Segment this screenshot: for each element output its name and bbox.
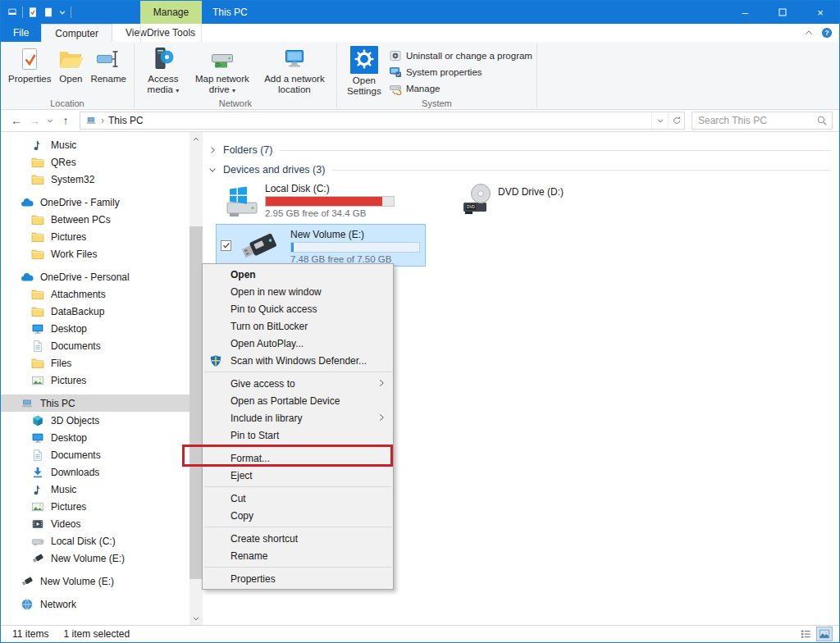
sidebar-scrollbar[interactable] bbox=[189, 132, 203, 625]
cloud-icon bbox=[21, 271, 34, 284]
breadcrumb[interactable]: › This PC bbox=[80, 115, 148, 126]
sidebar-item-pictures[interactable]: Pictures bbox=[1, 498, 189, 515]
menu-separator bbox=[204, 567, 391, 568]
uninstall-program-button[interactable]: Uninstall or change a program bbox=[389, 48, 532, 62]
menu-item-properties[interactable]: Properties bbox=[203, 570, 393, 587]
menu-item-pin-to-start[interactable]: Pin to Start bbox=[203, 426, 393, 444]
menu-item-scan-with-windows-defender[interactable]: Scan with Windows Defender... bbox=[203, 352, 393, 369]
dropdown-caret-icon: ▾ bbox=[176, 87, 179, 94]
sidebar-item-qres[interactable]: QRes bbox=[1, 153, 189, 171]
close-button[interactable]: × bbox=[801, 1, 839, 24]
sidebar-item-new-volume-e[interactable]: New Volume (E:) bbox=[1, 550, 189, 567]
sidebar-item-downloads[interactable]: Downloads bbox=[1, 463, 189, 481]
menu-item-open[interactable]: Open bbox=[203, 266, 393, 283]
sidebar-item-onedrive-family[interactable]: OneDrive - Family bbox=[1, 194, 189, 211]
recent-locations-chevron-icon[interactable] bbox=[46, 116, 54, 125]
system-properties-button[interactable]: System properties bbox=[389, 65, 532, 79]
this-pc-icon[interactable] bbox=[7, 7, 18, 18]
sidebar-item-pictures[interactable]: Pictures bbox=[1, 372, 189, 389]
help-icon[interactable]: ? bbox=[821, 27, 833, 39]
devices-group-label: Devices and drives (3) bbox=[223, 164, 325, 176]
sidebar-item-system32[interactable]: System32 bbox=[1, 171, 189, 188]
drive-tile-dvd-d[interactable]: DVD DVD Drive (D:) bbox=[459, 181, 564, 221]
sidebar-item-documents[interactable]: Documents bbox=[1, 446, 189, 463]
map-network-drive-button[interactable]: Map network drive ▾ bbox=[188, 44, 257, 97]
sidebar-item-desktop[interactable]: Desktop bbox=[1, 320, 189, 337]
devices-group-header[interactable]: Devices and drives (3) bbox=[203, 160, 839, 180]
sidebar-item-label: 3D Objects bbox=[51, 415, 99, 426]
sidebar-item-network[interactable]: Network bbox=[1, 595, 189, 613]
customize-toolbar-chevron-icon[interactable] bbox=[58, 8, 66, 16]
folders-group-header[interactable]: Folders (7) bbox=[203, 140, 839, 160]
sidebar-item-desktop[interactable]: Desktop bbox=[1, 429, 189, 446]
forward-button[interactable]: → bbox=[25, 114, 43, 127]
sidebar-item-work-files[interactable]: Work Files bbox=[1, 245, 189, 262]
properties-quick-icon[interactable] bbox=[27, 7, 39, 18]
system-properties-icon bbox=[389, 66, 402, 79]
scroll-up-arrow[interactable] bbox=[189, 132, 203, 146]
minimize-button[interactable]: – bbox=[726, 1, 764, 24]
properties-button[interactable]: Properties bbox=[5, 44, 54, 86]
menu-item-pin-to-quick-access[interactable]: Pin to Quick access bbox=[203, 300, 393, 317]
drive-tile-new-volume-e[interactable]: New Volume (E:) 7.48 GB free of 7.50 GB bbox=[216, 224, 426, 267]
item-checkbox[interactable] bbox=[221, 240, 231, 251]
menu-item-cut[interactable]: Cut bbox=[203, 490, 393, 507]
breadcrumb-this-pc[interactable]: This PC bbox=[108, 115, 144, 126]
address-bar[interactable]: › This PC bbox=[80, 112, 685, 130]
menu-item-open-in-new-window[interactable]: Open in new window bbox=[203, 283, 393, 300]
maximize-button[interactable] bbox=[764, 1, 801, 24]
back-button[interactable]: ← bbox=[7, 114, 25, 127]
menu-item-include-in-library[interactable]: Include in library bbox=[203, 409, 393, 426]
manage-contextual-tab[interactable]: Manage bbox=[140, 1, 202, 24]
menu-item-turn-on-bitlocker[interactable]: Turn on BitLocker bbox=[203, 317, 393, 335]
menu-item-create-shortcut[interactable]: Create shortcut bbox=[203, 530, 393, 547]
local-disk-icon bbox=[219, 181, 265, 219]
search-icon[interactable] bbox=[816, 115, 828, 126]
menu-item-open-as-portable-device[interactable]: Open as Portable Device bbox=[203, 392, 393, 409]
open-button[interactable]: Open bbox=[54, 44, 87, 86]
menu-item-rename[interactable]: Rename bbox=[203, 547, 393, 564]
check-icon bbox=[222, 241, 231, 249]
rename-button[interactable]: Rename bbox=[87, 44, 129, 86]
sidebar-item-attachments[interactable]: Attachments bbox=[1, 285, 189, 303]
navigation-pane: MusicQResSystem32OneDrive - FamilyBetwee… bbox=[1, 132, 189, 625]
menu-item-copy[interactable]: Copy bbox=[203, 507, 393, 524]
collapse-ribbon-icon[interactable] bbox=[804, 28, 814, 38]
new-folder-quick-icon[interactable] bbox=[43, 7, 54, 18]
search-box[interactable] bbox=[692, 112, 833, 130]
tab-computer[interactable]: Computer bbox=[41, 24, 112, 42]
sidebar-item-documents[interactable]: Documents bbox=[1, 337, 189, 354]
search-input[interactable] bbox=[696, 114, 816, 127]
open-settings-button[interactable]: Open Settings bbox=[341, 44, 387, 98]
sidebar-item-pictures[interactable]: Pictures bbox=[1, 228, 189, 245]
sidebar-item-databackup[interactable]: DataBackup bbox=[1, 303, 189, 320]
add-network-location-button[interactable]: Add a network location bbox=[257, 44, 332, 97]
sidebar-item-new-volume-e[interactable]: New Volume (E:) bbox=[1, 572, 189, 590]
details-view-button[interactable] bbox=[797, 627, 814, 641]
drive-tile-local-disk-c[interactable]: Local Disk (C:) 2.95 GB free of 34.4 GB bbox=[219, 181, 437, 221]
sidebar-item-local-disk-c[interactable]: Local Disk (C:) bbox=[1, 532, 189, 550]
scrollbar-thumb[interactable] bbox=[189, 226, 203, 579]
menu-item-eject[interactable]: Eject bbox=[203, 467, 393, 484]
tab-file[interactable]: File bbox=[1, 24, 41, 42]
access-media-button[interactable]: Access media ▾ bbox=[139, 44, 188, 97]
sidebar-item-music[interactable]: Music bbox=[1, 481, 189, 498]
tab-drive-tools[interactable]: Drive Tools bbox=[140, 24, 202, 42]
sidebar-item-videos[interactable]: Videos bbox=[1, 515, 189, 532]
address-dropdown-button[interactable] bbox=[651, 112, 668, 129]
sidebar-item-label: QRes bbox=[51, 157, 76, 168]
scroll-down-arrow[interactable] bbox=[189, 611, 203, 625]
menu-item-open-autoplay[interactable]: Open AutoPlay... bbox=[203, 335, 393, 352]
sidebar-item-this-pc[interactable]: This PC bbox=[1, 394, 189, 412]
sidebar-item-between-pcs[interactable]: Between PCs bbox=[1, 211, 189, 228]
sidebar-item-music[interactable]: Music bbox=[1, 136, 189, 153]
manage-button[interactable]: Manage bbox=[389, 81, 532, 95]
refresh-button[interactable] bbox=[668, 112, 684, 129]
sidebar-item-files[interactable]: Files bbox=[1, 354, 189, 372]
sidebar-item-onedrive-personal[interactable]: OneDrive - Personal bbox=[1, 268, 189, 285]
sidebar-item-3d-objects[interactable]: 3D Objects bbox=[1, 412, 189, 429]
up-button[interactable]: ↑ bbox=[57, 114, 75, 127]
thumbnails-view-button[interactable] bbox=[816, 627, 833, 641]
quick-access-toolbar bbox=[1, 7, 71, 18]
menu-item-give-access-to[interactable]: Give access to bbox=[203, 375, 393, 392]
